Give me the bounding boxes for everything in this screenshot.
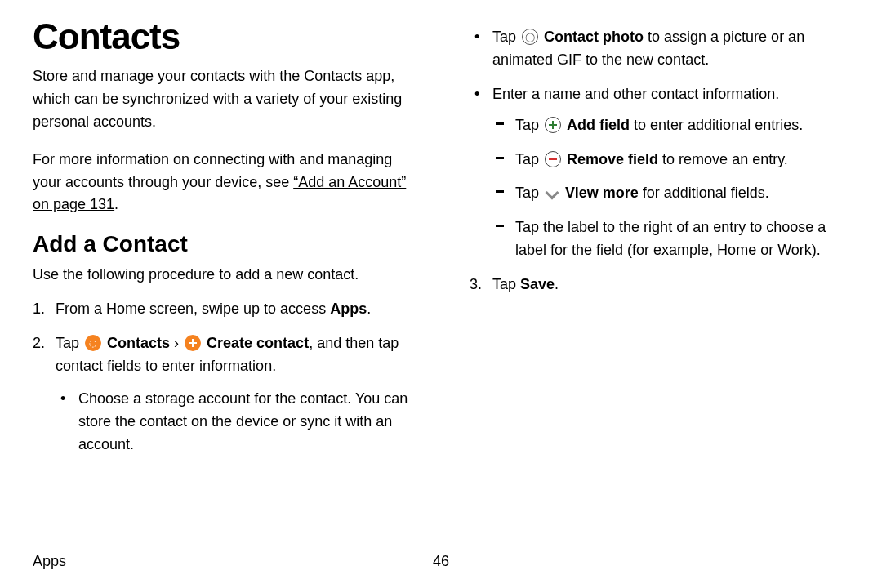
contacts-label: Contacts	[107, 335, 170, 351]
step-1-body: From a Home screen, swipe up to access A…	[56, 298, 412, 321]
right-column: Tap ◯ Contact photo to assign a picture …	[470, 16, 849, 479]
step-2: 2. Tap ◌ Contacts › Create contact, and …	[33, 332, 412, 467]
steps-list-left: 1. From a Home screen, swipe up to acces…	[33, 298, 412, 467]
text: Tap	[515, 117, 543, 133]
text: Enter a name and other contact informati…	[492, 86, 779, 102]
section-heading: Add a Contact	[33, 231, 412, 257]
page-number: 46	[433, 553, 449, 570]
breadcrumb-separator: ›	[170, 335, 183, 351]
create-contact-label: Create contact	[207, 335, 309, 351]
text: to enter additional entries.	[630, 117, 803, 133]
chevron-down-icon	[545, 186, 559, 201]
text: .	[367, 301, 371, 317]
step-3: 3. Tap Save.	[470, 274, 849, 296]
text: Tap	[492, 29, 520, 45]
page-footer: Apps 46	[33, 553, 849, 570]
camera-icon: ◯	[522, 29, 538, 45]
text: Tap	[515, 151, 543, 167]
left-column: Contacts Store and manage your contacts …	[33, 16, 412, 479]
save-label: Save	[520, 276, 555, 292]
footer-section-label: Apps	[33, 553, 66, 570]
text: Tap	[492, 276, 520, 292]
step-2-sublist: Choose a storage account for the contact…	[56, 388, 412, 457]
text: to remove an entry.	[658, 151, 788, 167]
create-contact-icon	[185, 335, 201, 351]
text: Tap	[56, 335, 83, 351]
step-1: 1. From a Home screen, swipe up to acces…	[33, 298, 412, 321]
contacts-app-icon: ◌	[85, 335, 101, 351]
text: to assign a picture or an animated GIF t…	[492, 29, 804, 68]
step-2-sublist-continued: Tap ◯ Contact photo to assign a picture …	[470, 26, 849, 262]
list-item: Tap the label to the right of an entry t…	[492, 216, 849, 262]
section-lead: Use the following procedure to add a new…	[33, 264, 412, 287]
list-item: Tap Remove field to remove an entry.	[492, 149, 849, 172]
text: for additional fields.	[639, 185, 769, 201]
dash-list: Tap Add field to enter additional entrie…	[492, 114, 849, 262]
text: .	[555, 276, 559, 292]
step-2-body: Tap ◌ Contacts › Create contact, and the…	[56, 332, 412, 467]
apps-label: Apps	[330, 301, 367, 317]
steps-list-right: 3. Tap Save.	[470, 274, 849, 296]
list-item: Choose a storage account for the contact…	[56, 388, 412, 457]
contact-photo-label: Contact photo	[544, 29, 644, 45]
page-title: Contacts	[33, 16, 412, 57]
list-item: Tap View more for additional fields.	[492, 182, 849, 205]
text: Tap	[515, 185, 543, 201]
text: From a Home screen, swipe up to access	[56, 301, 330, 317]
remove-field-icon	[545, 151, 561, 167]
intro-2b: .	[114, 196, 118, 212]
intro-paragraph-2: For more information on connecting with …	[33, 149, 412, 217]
list-item: Tap Add field to enter additional entrie…	[492, 114, 849, 137]
add-field-label: Add field	[567, 117, 630, 133]
step-3-body: Tap Save.	[492, 274, 849, 296]
step-number: 1.	[33, 298, 56, 321]
list-item: Tap ◯ Contact photo to assign a picture …	[470, 26, 849, 72]
remove-field-label: Remove field	[567, 151, 658, 167]
intro-paragraph-1: Store and manage your contacts with the …	[33, 65, 412, 134]
step-number: 3.	[470, 274, 492, 296]
list-item: Enter a name and other contact informati…	[470, 83, 849, 262]
add-field-icon	[545, 117, 561, 133]
step-number: 2.	[33, 332, 56, 467]
view-more-label: View more	[565, 185, 639, 201]
